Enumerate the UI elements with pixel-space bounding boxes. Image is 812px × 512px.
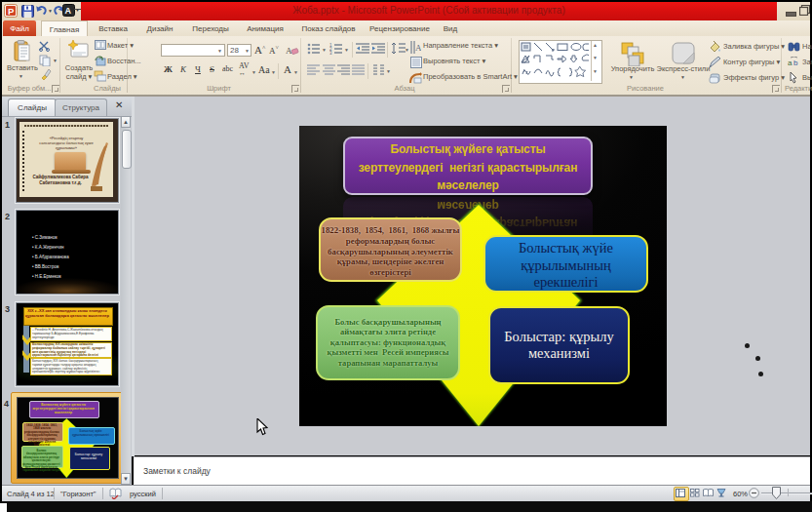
svg-text:3: 3 bbox=[329, 51, 332, 55]
svg-text:b: b bbox=[793, 59, 798, 67]
svg-text:A: A bbox=[65, 6, 72, 16]
svg-text:А: А bbox=[415, 43, 421, 53]
svg-text:a: a bbox=[788, 59, 793, 67]
svg-text:P: P bbox=[8, 6, 15, 17]
